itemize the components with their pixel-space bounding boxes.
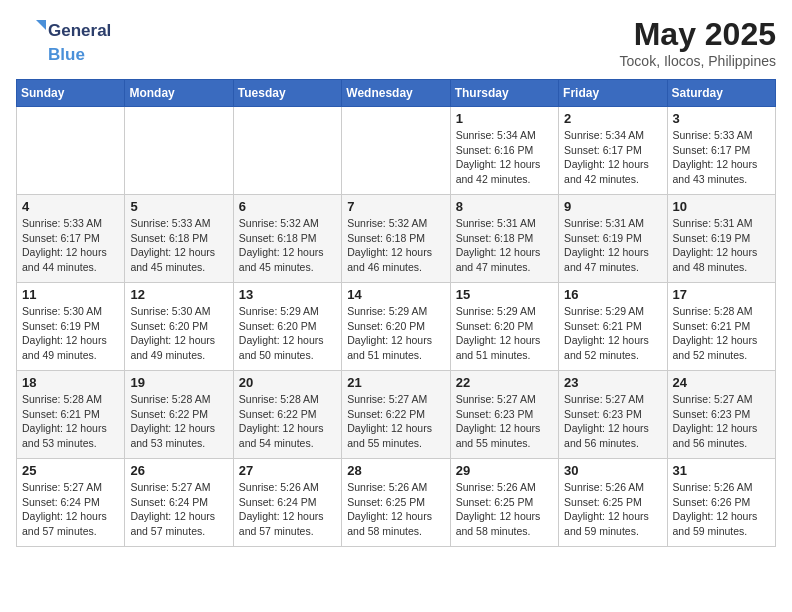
- calendar-cell: 31Sunrise: 5:26 AM Sunset: 6:26 PM Dayli…: [667, 459, 775, 547]
- calendar-cell: 9Sunrise: 5:31 AM Sunset: 6:19 PM Daylig…: [559, 195, 667, 283]
- calendar-cell: 3Sunrise: 5:33 AM Sunset: 6:17 PM Daylig…: [667, 107, 775, 195]
- day-number: 13: [239, 287, 336, 302]
- calendar-cell: 27Sunrise: 5:26 AM Sunset: 6:24 PM Dayli…: [233, 459, 341, 547]
- day-number: 26: [130, 463, 227, 478]
- day-info: Sunrise: 5:27 AM Sunset: 6:23 PM Dayligh…: [673, 392, 770, 451]
- calendar-cell: 18Sunrise: 5:28 AM Sunset: 6:21 PM Dayli…: [17, 371, 125, 459]
- calendar-cell: 13Sunrise: 5:29 AM Sunset: 6:20 PM Dayli…: [233, 283, 341, 371]
- day-info: Sunrise: 5:29 AM Sunset: 6:20 PM Dayligh…: [347, 304, 444, 363]
- day-number: 24: [673, 375, 770, 390]
- day-number: 18: [22, 375, 119, 390]
- day-number: 8: [456, 199, 553, 214]
- calendar-cell: 4Sunrise: 5:33 AM Sunset: 6:17 PM Daylig…: [17, 195, 125, 283]
- calendar-cell: 23Sunrise: 5:27 AM Sunset: 6:23 PM Dayli…: [559, 371, 667, 459]
- calendar-cell: 28Sunrise: 5:26 AM Sunset: 6:25 PM Dayli…: [342, 459, 450, 547]
- calendar-cell: 21Sunrise: 5:27 AM Sunset: 6:22 PM Dayli…: [342, 371, 450, 459]
- logo: General Blue: [16, 16, 111, 65]
- day-info: Sunrise: 5:26 AM Sunset: 6:25 PM Dayligh…: [564, 480, 661, 539]
- day-number: 28: [347, 463, 444, 478]
- day-number: 29: [456, 463, 553, 478]
- day-info: Sunrise: 5:29 AM Sunset: 6:20 PM Dayligh…: [239, 304, 336, 363]
- weekday-header-monday: Monday: [125, 80, 233, 107]
- svg-marker-0: [36, 20, 46, 30]
- calendar-cell: [125, 107, 233, 195]
- weekday-header-wednesday: Wednesday: [342, 80, 450, 107]
- logo-bird-icon: [16, 16, 46, 46]
- day-number: 6: [239, 199, 336, 214]
- calendar-cell: 24Sunrise: 5:27 AM Sunset: 6:23 PM Dayli…: [667, 371, 775, 459]
- day-number: 12: [130, 287, 227, 302]
- calendar-cell: 1Sunrise: 5:34 AM Sunset: 6:16 PM Daylig…: [450, 107, 558, 195]
- calendar-cell: 16Sunrise: 5:29 AM Sunset: 6:21 PM Dayli…: [559, 283, 667, 371]
- day-number: 4: [22, 199, 119, 214]
- day-number: 7: [347, 199, 444, 214]
- day-info: Sunrise: 5:33 AM Sunset: 6:18 PM Dayligh…: [130, 216, 227, 275]
- calendar-cell: 15Sunrise: 5:29 AM Sunset: 6:20 PM Dayli…: [450, 283, 558, 371]
- day-info: Sunrise: 5:33 AM Sunset: 6:17 PM Dayligh…: [22, 216, 119, 275]
- calendar-cell: 26Sunrise: 5:27 AM Sunset: 6:24 PM Dayli…: [125, 459, 233, 547]
- day-number: 16: [564, 287, 661, 302]
- title-section: May 2025 Tocok, Ilocos, Philippines: [620, 16, 776, 69]
- day-info: Sunrise: 5:27 AM Sunset: 6:24 PM Dayligh…: [130, 480, 227, 539]
- day-info: Sunrise: 5:32 AM Sunset: 6:18 PM Dayligh…: [347, 216, 444, 275]
- day-info: Sunrise: 5:29 AM Sunset: 6:21 PM Dayligh…: [564, 304, 661, 363]
- day-number: 31: [673, 463, 770, 478]
- calendar-cell: 25Sunrise: 5:27 AM Sunset: 6:24 PM Dayli…: [17, 459, 125, 547]
- day-info: Sunrise: 5:27 AM Sunset: 6:24 PM Dayligh…: [22, 480, 119, 539]
- day-number: 11: [22, 287, 119, 302]
- day-info: Sunrise: 5:30 AM Sunset: 6:19 PM Dayligh…: [22, 304, 119, 363]
- calendar-cell: [233, 107, 341, 195]
- calendar-cell: [17, 107, 125, 195]
- month-year-title: May 2025: [620, 16, 776, 53]
- calendar-week-2: 4Sunrise: 5:33 AM Sunset: 6:17 PM Daylig…: [17, 195, 776, 283]
- day-info: Sunrise: 5:30 AM Sunset: 6:20 PM Dayligh…: [130, 304, 227, 363]
- day-info: Sunrise: 5:29 AM Sunset: 6:20 PM Dayligh…: [456, 304, 553, 363]
- day-info: Sunrise: 5:28 AM Sunset: 6:21 PM Dayligh…: [673, 304, 770, 363]
- location-subtitle: Tocok, Ilocos, Philippines: [620, 53, 776, 69]
- page-header: General Blue May 2025 Tocok, Ilocos, Phi…: [16, 16, 776, 69]
- calendar-cell: 29Sunrise: 5:26 AM Sunset: 6:25 PM Dayli…: [450, 459, 558, 547]
- day-number: 25: [22, 463, 119, 478]
- day-info: Sunrise: 5:31 AM Sunset: 6:19 PM Dayligh…: [673, 216, 770, 275]
- day-number: 3: [673, 111, 770, 126]
- calendar-cell: 6Sunrise: 5:32 AM Sunset: 6:18 PM Daylig…: [233, 195, 341, 283]
- day-number: 27: [239, 463, 336, 478]
- calendar-cell: 11Sunrise: 5:30 AM Sunset: 6:19 PM Dayli…: [17, 283, 125, 371]
- day-info: Sunrise: 5:31 AM Sunset: 6:19 PM Dayligh…: [564, 216, 661, 275]
- day-info: Sunrise: 5:28 AM Sunset: 6:22 PM Dayligh…: [239, 392, 336, 451]
- day-number: 17: [673, 287, 770, 302]
- day-info: Sunrise: 5:27 AM Sunset: 6:22 PM Dayligh…: [347, 392, 444, 451]
- calendar-cell: 2Sunrise: 5:34 AM Sunset: 6:17 PM Daylig…: [559, 107, 667, 195]
- calendar-week-1: 1Sunrise: 5:34 AM Sunset: 6:16 PM Daylig…: [17, 107, 776, 195]
- weekday-header-tuesday: Tuesday: [233, 80, 341, 107]
- calendar-week-5: 25Sunrise: 5:27 AM Sunset: 6:24 PM Dayli…: [17, 459, 776, 547]
- calendar-cell: 7Sunrise: 5:32 AM Sunset: 6:18 PM Daylig…: [342, 195, 450, 283]
- day-number: 19: [130, 375, 227, 390]
- logo-general: General: [48, 22, 111, 41]
- weekday-header-thursday: Thursday: [450, 80, 558, 107]
- day-info: Sunrise: 5:26 AM Sunset: 6:26 PM Dayligh…: [673, 480, 770, 539]
- day-number: 21: [347, 375, 444, 390]
- calendar-week-3: 11Sunrise: 5:30 AM Sunset: 6:19 PM Dayli…: [17, 283, 776, 371]
- day-number: 30: [564, 463, 661, 478]
- weekday-header-sunday: Sunday: [17, 80, 125, 107]
- day-info: Sunrise: 5:33 AM Sunset: 6:17 PM Dayligh…: [673, 128, 770, 187]
- day-info: Sunrise: 5:26 AM Sunset: 6:24 PM Dayligh…: [239, 480, 336, 539]
- calendar-table: SundayMondayTuesdayWednesdayThursdayFrid…: [16, 79, 776, 547]
- day-info: Sunrise: 5:34 AM Sunset: 6:17 PM Dayligh…: [564, 128, 661, 187]
- day-info: Sunrise: 5:31 AM Sunset: 6:18 PM Dayligh…: [456, 216, 553, 275]
- day-number: 5: [130, 199, 227, 214]
- day-info: Sunrise: 5:32 AM Sunset: 6:18 PM Dayligh…: [239, 216, 336, 275]
- day-info: Sunrise: 5:34 AM Sunset: 6:16 PM Dayligh…: [456, 128, 553, 187]
- day-info: Sunrise: 5:27 AM Sunset: 6:23 PM Dayligh…: [564, 392, 661, 451]
- calendar-cell: 12Sunrise: 5:30 AM Sunset: 6:20 PM Dayli…: [125, 283, 233, 371]
- calendar-cell: 8Sunrise: 5:31 AM Sunset: 6:18 PM Daylig…: [450, 195, 558, 283]
- weekday-header-saturday: Saturday: [667, 80, 775, 107]
- day-number: 1: [456, 111, 553, 126]
- logo-blue: Blue: [48, 46, 111, 65]
- day-number: 22: [456, 375, 553, 390]
- day-number: 23: [564, 375, 661, 390]
- day-number: 9: [564, 199, 661, 214]
- day-info: Sunrise: 5:27 AM Sunset: 6:23 PM Dayligh…: [456, 392, 553, 451]
- day-info: Sunrise: 5:28 AM Sunset: 6:22 PM Dayligh…: [130, 392, 227, 451]
